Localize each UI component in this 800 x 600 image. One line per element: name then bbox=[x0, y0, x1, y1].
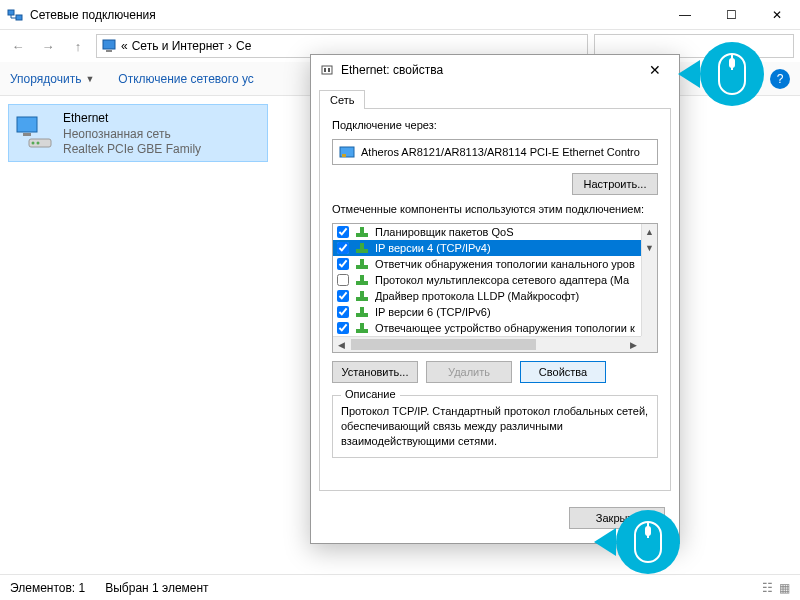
svg-rect-14 bbox=[356, 233, 368, 237]
view-details-icon[interactable]: ☷ bbox=[762, 581, 773, 595]
mouse-callout-bottom bbox=[616, 510, 680, 574]
disable-label: Отключение сетевого ус bbox=[118, 72, 253, 86]
scroll-thumb[interactable] bbox=[351, 339, 536, 350]
scroll-right-icon[interactable]: ▶ bbox=[625, 337, 641, 352]
component-checkbox[interactable] bbox=[337, 242, 349, 254]
component-row[interactable]: Ответчик обнаружения топологии канальног… bbox=[333, 256, 641, 272]
protocol-icon bbox=[355, 305, 369, 319]
disable-device-button[interactable]: Отключение сетевого ус bbox=[118, 72, 253, 86]
component-label: IP версии 6 (TCP/IPv6) bbox=[375, 306, 491, 318]
nav-up-button[interactable]: ↑ bbox=[66, 34, 90, 58]
nav-forward-button[interactable]: → bbox=[36, 34, 60, 58]
svg-rect-10 bbox=[324, 68, 326, 72]
svg-point-7 bbox=[32, 142, 35, 145]
connection-device: Realtek PCIe GBE Family bbox=[63, 142, 201, 158]
svg-rect-22 bbox=[356, 297, 368, 301]
status-bar: Элементов: 1 Выбран 1 элемент ☷ ▦ bbox=[0, 574, 800, 600]
help-icon[interactable]: ? bbox=[770, 69, 790, 89]
organize-label: Упорядочить bbox=[10, 72, 81, 86]
component-row[interactable]: Отвечающее устройство обнаружения тополо… bbox=[333, 320, 641, 336]
svg-rect-26 bbox=[356, 329, 368, 333]
connection-icon bbox=[15, 111, 55, 151]
install-button[interactable]: Установить... bbox=[332, 361, 418, 383]
svg-rect-17 bbox=[360, 243, 364, 249]
uninstall-button: Удалить bbox=[426, 361, 512, 383]
component-checkbox[interactable] bbox=[337, 290, 349, 302]
connect-via-label: Подключение через: bbox=[332, 119, 658, 131]
component-checkbox[interactable] bbox=[337, 258, 349, 270]
scroll-up-icon[interactable]: ▲ bbox=[642, 224, 657, 240]
window-titlebar: Сетевые подключения — ☐ ✕ bbox=[0, 0, 800, 30]
svg-rect-25 bbox=[360, 307, 364, 313]
component-label: Драйвер протокола LLDP (Майкрософт) bbox=[375, 290, 579, 302]
svg-rect-9 bbox=[322, 66, 332, 74]
component-checkbox[interactable] bbox=[337, 226, 349, 238]
component-label: Протокол мультиплексора сетевого адаптер… bbox=[375, 274, 629, 286]
svg-rect-20 bbox=[356, 281, 368, 285]
svg-rect-2 bbox=[103, 40, 115, 49]
svg-rect-15 bbox=[360, 227, 364, 233]
component-row[interactable]: IP версии 6 (TCP/IPv6) bbox=[333, 304, 641, 320]
mouse-icon bbox=[631, 520, 665, 564]
svg-rect-33 bbox=[645, 526, 651, 536]
organize-menu[interactable]: Упорядочить ▼ bbox=[10, 72, 94, 86]
view-large-icon[interactable]: ▦ bbox=[779, 581, 790, 595]
component-label: Ответчик обнаружения топологии канальног… bbox=[375, 258, 635, 270]
svg-rect-27 bbox=[360, 323, 364, 329]
tab-network[interactable]: Сеть bbox=[319, 90, 365, 109]
status-count: Элементов: 1 bbox=[10, 581, 85, 595]
component-checkbox[interactable] bbox=[337, 322, 349, 334]
breadcrumb-part1[interactable]: Сеть и Интернет bbox=[132, 39, 224, 53]
svg-rect-0 bbox=[8, 10, 14, 15]
protocol-icon bbox=[355, 289, 369, 303]
minimize-button[interactable]: — bbox=[662, 0, 708, 30]
component-row[interactable]: Драйвер протокола LLDP (Майкрософт) bbox=[333, 288, 641, 304]
component-row[interactable]: IP версии 4 (TCP/IPv4) bbox=[333, 240, 641, 256]
description-text: Протокол TCP/IP. Стандартный протокол гл… bbox=[341, 404, 649, 449]
svg-rect-1 bbox=[16, 15, 22, 20]
connection-name: Ethernet bbox=[63, 111, 201, 127]
svg-rect-11 bbox=[328, 68, 330, 72]
svg-rect-3 bbox=[106, 50, 112, 52]
svg-rect-19 bbox=[360, 259, 364, 265]
breadcrumb-part2[interactable]: Се bbox=[236, 39, 251, 53]
nic-icon bbox=[339, 144, 355, 160]
component-checkbox[interactable] bbox=[337, 274, 349, 286]
connection-status: Неопознанная сеть bbox=[63, 127, 201, 143]
components-list[interactable]: Планировщик пакетов QoSIP версии 4 (TCP/… bbox=[332, 223, 658, 353]
properties-button[interactable]: Свойства bbox=[520, 361, 606, 383]
scroll-corner bbox=[641, 336, 657, 352]
component-row[interactable]: Протокол мультиплексора сетевого адаптер… bbox=[333, 272, 641, 288]
svg-rect-13 bbox=[342, 154, 346, 157]
configure-button[interactable]: Настроить... bbox=[572, 173, 658, 195]
protocol-icon bbox=[355, 257, 369, 271]
maximize-button[interactable]: ☐ bbox=[708, 0, 754, 30]
breadcrumb-sep: › bbox=[228, 39, 232, 53]
connection-item[interactable]: Ethernet Неопознанная сеть Realtek PCIe … bbox=[8, 104, 268, 162]
description-legend: Описание bbox=[341, 388, 400, 400]
dialog-close-button[interactable]: ✕ bbox=[639, 58, 671, 82]
app-icon bbox=[0, 7, 30, 23]
breadcrumb-prefix: « bbox=[121, 39, 128, 53]
svg-rect-18 bbox=[356, 265, 368, 269]
protocol-icon bbox=[355, 321, 369, 335]
component-checkbox[interactable] bbox=[337, 306, 349, 318]
horizontal-scrollbar[interactable]: ◀ ▶ bbox=[333, 336, 641, 352]
description-group: Описание Протокол TCP/IP. Стандартный пр… bbox=[332, 395, 658, 458]
component-label: Планировщик пакетов QoS bbox=[375, 226, 514, 238]
protocol-icon bbox=[355, 225, 369, 239]
scroll-down-icon[interactable]: ▼ bbox=[642, 240, 657, 256]
vertical-scrollbar[interactable]: ▲ ▼ bbox=[641, 224, 657, 336]
monitor-icon bbox=[101, 38, 117, 54]
svg-rect-5 bbox=[23, 133, 31, 136]
svg-rect-16 bbox=[356, 249, 368, 253]
svg-point-8 bbox=[37, 142, 40, 145]
component-label: IP версии 4 (TCP/IPv4) bbox=[375, 242, 491, 254]
window-close-button[interactable]: ✕ bbox=[754, 0, 800, 30]
chevron-down-icon: ▼ bbox=[85, 74, 94, 84]
dialog-tabs: Сеть bbox=[311, 85, 679, 108]
scroll-left-icon[interactable]: ◀ bbox=[333, 337, 349, 352]
svg-rect-24 bbox=[356, 313, 368, 317]
component-row[interactable]: Планировщик пакетов QoS bbox=[333, 224, 641, 240]
nav-back-button[interactable]: ← bbox=[6, 34, 30, 58]
